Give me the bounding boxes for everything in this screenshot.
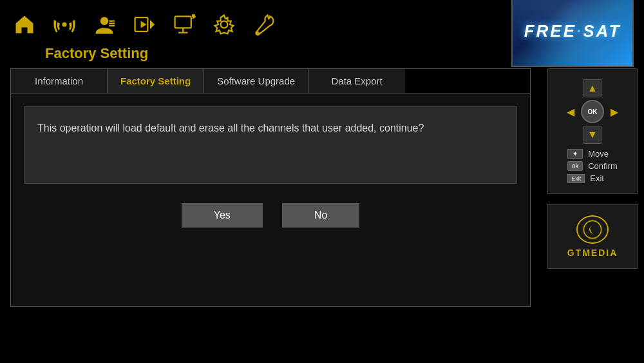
confirm-label: Confirm [588,161,618,171]
nav-icons [10,10,278,39]
dpad-down-row: ▼ [583,126,601,144]
tab-factory-setting[interactable]: Factory Setting [108,69,204,93]
svg-point-15 [583,221,601,238]
no-button[interactable]: No [282,203,359,228]
confirm-control: ok Confirm [567,161,618,171]
svg-point-14 [256,31,259,34]
tab-software-upgrade[interactable]: Software Upgrade [204,69,308,93]
controls-legend: ✦ Move ok Confirm Exit Exit [567,149,618,183]
dpad-left-button[interactable]: ◀ [563,104,578,119]
gtmedia-circle-icon [576,215,609,244]
freesat-logo: FREE·SAT [511,0,634,67]
dpad-down-button[interactable]: ▼ [583,126,601,144]
ok-key: ok [567,161,583,171]
svg-marker-6 [150,19,155,28]
dpad-up-button[interactable]: ▲ [583,79,601,97]
media-icon[interactable] [130,10,158,39]
main-area: Information Factory Setting Software Upg… [0,68,644,307]
home-icon[interactable] [10,10,39,39]
top-bar: 2017/12/31 21:22 FREE·SAT [0,0,644,48]
move-key: ✦ [567,149,583,159]
content-panel: This operation will load default and era… [10,93,531,307]
signal-tools-icon[interactable] [50,10,79,39]
top-right: 2017/12/31 21:22 FREE·SAT [511,0,634,67]
tab-data-export[interactable]: Data Export [308,69,405,93]
network-icon[interactable] [170,10,198,39]
dpad-middle-row: ◀ OK ▶ [563,100,622,123]
warning-box: This operation will load default and era… [24,106,517,184]
svg-point-13 [221,21,228,28]
dpad-right-button[interactable]: ▶ [607,104,622,119]
exit-key: Exit [567,174,585,183]
settings-gear-icon[interactable] [210,10,238,39]
gtmedia-label: GTMEDIA [567,248,618,258]
left-content: Information Factory Setting Software Upg… [0,68,541,307]
warning-text: This operation will load default and era… [37,123,424,133]
svg-rect-8 [175,16,191,28]
gtmedia-logo-box: GTMEDIA [547,204,638,269]
user-icon[interactable] [90,10,118,39]
confirm-buttons: Yes No [24,203,517,228]
tab-information[interactable]: Information [11,69,108,93]
svg-point-1 [100,17,109,25]
exit-control: Exit Exit [567,173,618,183]
exit-label: Exit [590,173,604,183]
wrench-icon[interactable] [250,10,278,39]
dpad-container: ▲ ◀ OK ▶ ▼ ✦ Move o [547,68,638,194]
svg-marker-7 [141,21,147,28]
move-label: Move [588,149,609,159]
svg-point-12 [192,14,195,17]
move-control: ✦ Move [567,149,618,159]
svg-point-0 [62,22,66,26]
dpad-ok-button[interactable]: OK [581,100,604,123]
right-panel: ▲ ◀ OK ▶ ▼ ✦ Move o [541,68,644,307]
dpad-up-row: ▲ [583,79,601,97]
tabs-bar: Information Factory Setting Software Upg… [10,68,531,93]
freesat-text: FREE·SAT [524,21,621,41]
yes-button[interactable]: Yes [182,203,263,228]
